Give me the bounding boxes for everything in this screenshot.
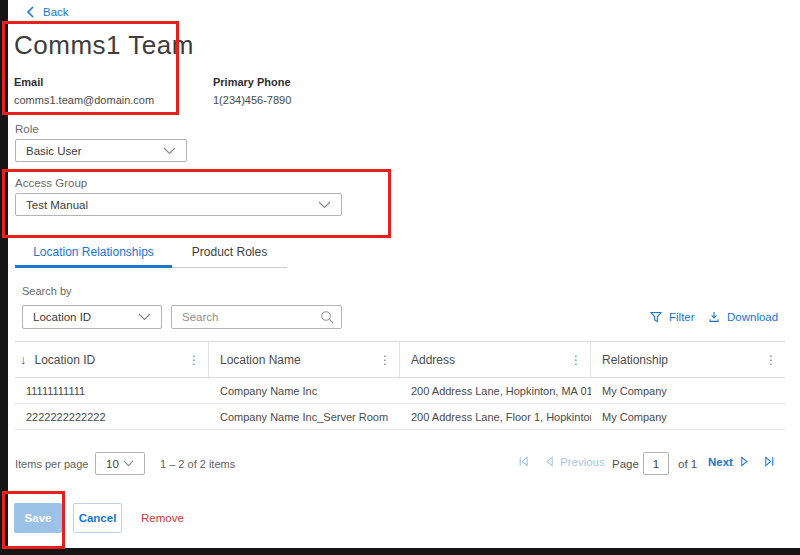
column-menu-icon[interactable]: ⋮	[377, 353, 393, 367]
chevron-down-icon	[123, 460, 134, 467]
column-label: Relationship	[602, 353, 668, 367]
access-group-dropdown-value: Test Manual	[26, 199, 88, 211]
primary-phone-value: 1(234)456-7890	[213, 94, 291, 106]
cell-relationship: My Company	[591, 378, 785, 403]
download-label: Download	[727, 311, 778, 323]
chevron-down-icon	[163, 147, 176, 155]
next-page-button[interactable]: Next	[708, 455, 751, 468]
previous-page-button[interactable]: Previous	[543, 455, 605, 468]
table-header-row: ↓ Location ID ⋮ Location Name ⋮ Address …	[15, 341, 785, 378]
window-edge-left	[0, 0, 8, 555]
search-box	[171, 305, 342, 329]
cell-location-name: Company Name Inc	[209, 378, 400, 403]
tab-product-roles[interactable]: Product Roles	[172, 245, 287, 259]
tab-underline	[172, 267, 287, 268]
previous-label: Previous	[560, 456, 605, 468]
sort-descending-icon[interactable]: ↓	[20, 352, 27, 367]
back-label: Back	[43, 6, 69, 18]
page-number-input[interactable]	[643, 452, 669, 475]
window-edge-bottom	[0, 548, 800, 555]
last-page-button[interactable]	[763, 455, 776, 468]
previous-icon	[543, 455, 554, 468]
cell-location-name: Company Name Inc_Server Room	[209, 404, 400, 429]
cell-relationship: My Company	[591, 404, 785, 429]
search-field-dropdown[interactable]: Location ID	[22, 305, 162, 329]
next-label: Next	[708, 456, 733, 468]
cancel-button[interactable]: Cancel	[73, 503, 122, 533]
column-menu-icon[interactable]: ⋮	[763, 353, 779, 367]
filter-button[interactable]: Filter	[650, 311, 695, 323]
column-menu-icon[interactable]: ⋮	[186, 353, 202, 367]
items-per-page-value: 10	[106, 458, 119, 470]
user-detail-page: Back Comms1 Team Email comms1.team@domai…	[0, 0, 800, 555]
chevron-down-icon	[318, 201, 331, 209]
active-tab-underline	[15, 265, 172, 268]
cell-address: 200 Address Lane, Floor 1, Hopkinton, ..…	[400, 404, 591, 429]
role-dropdown-value: Basic User	[26, 145, 82, 157]
primary-phone-label: Primary Phone	[213, 76, 291, 88]
filter-icon	[650, 311, 662, 323]
table-row[interactable]: 2222222222222 Company Name Inc_Server Ro…	[15, 404, 785, 430]
column-header-relationship[interactable]: Relationship ⋮	[591, 342, 785, 377]
first-page-button[interactable]	[517, 455, 530, 468]
cell-location-id: 2222222222222	[15, 404, 209, 429]
back-link[interactable]: Back	[26, 6, 69, 18]
column-menu-icon[interactable]: ⋮	[568, 353, 584, 367]
access-group-label: Access Group	[15, 177, 87, 189]
save-button[interactable]: Save	[14, 503, 62, 533]
remove-button[interactable]: Remove	[141, 512, 184, 524]
email-label: Email	[14, 76, 43, 88]
items-range-text: 1 – 2 of 2 items	[160, 458, 235, 470]
column-label: Address	[411, 353, 455, 367]
items-per-page-label: Items per page	[15, 458, 88, 470]
column-header-address[interactable]: Address ⋮	[400, 342, 591, 377]
table-row[interactable]: 11111111111 Company Name Inc 200 Address…	[15, 378, 785, 404]
download-button[interactable]: Download	[708, 311, 778, 323]
page-of-text: of 1	[678, 458, 697, 470]
column-label: Location ID	[35, 353, 96, 367]
search-by-label: Search by	[22, 285, 72, 297]
chevron-down-icon	[138, 313, 151, 321]
column-header-location-id[interactable]: ↓ Location ID ⋮	[15, 342, 209, 377]
email-value: comms1.team@domain.com	[14, 94, 154, 106]
search-field-value: Location ID	[33, 311, 91, 323]
cell-location-id: 11111111111	[15, 378, 209, 403]
download-icon	[708, 311, 720, 323]
items-per-page-dropdown[interactable]: 10	[95, 452, 145, 475]
search-input[interactable]	[171, 305, 342, 329]
column-header-location-name[interactable]: Location Name ⋮	[209, 342, 400, 377]
cell-address: 200 Address Lane, Hopkinton, MA 017...	[400, 378, 591, 403]
tab-location-relationships[interactable]: Location Relationships	[15, 245, 172, 259]
back-chevron-icon	[26, 6, 34, 18]
search-icon[interactable]	[320, 310, 334, 328]
column-label: Location Name	[220, 353, 301, 367]
page-title: Comms1 Team	[14, 30, 194, 61]
access-group-dropdown[interactable]: Test Manual	[15, 193, 342, 216]
filter-label: Filter	[669, 311, 695, 323]
role-label: Role	[15, 123, 39, 135]
next-icon	[740, 455, 751, 468]
role-dropdown[interactable]: Basic User	[15, 139, 187, 162]
page-label: Page	[612, 458, 639, 470]
